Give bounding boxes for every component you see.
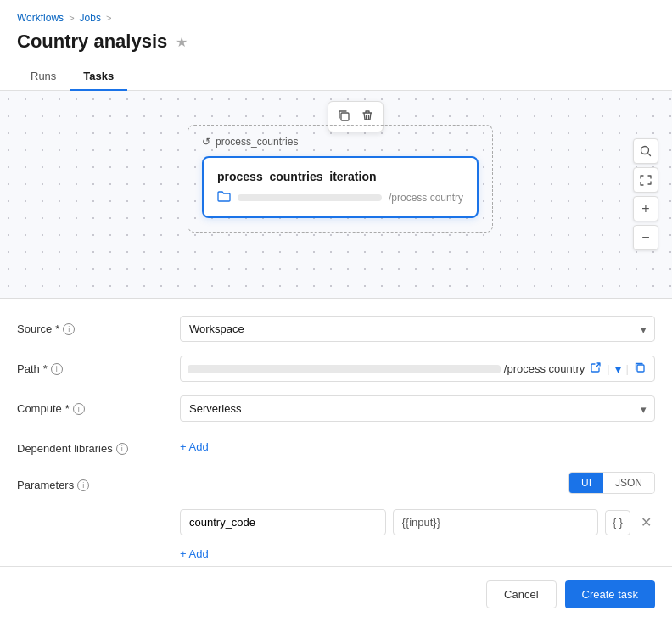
fit-canvas-button[interactable]: [633, 167, 658, 193]
dep-libraries-control: + Add: [180, 435, 655, 458]
node-group: ↺ process_countries process_countries_it…: [188, 125, 493, 233]
path-info-icon[interactable]: i: [51, 363, 63, 375]
parameters-info-icon[interactable]: i: [77, 479, 89, 491]
path-bar-node: [238, 194, 382, 201]
params-toggle: UI JSON: [568, 472, 655, 494]
path-label: Path* i: [17, 356, 170, 375]
dep-libraries-label: Dependent libraries i: [17, 435, 170, 455]
param-remove-button[interactable]: ✕: [637, 511, 655, 534]
task-node[interactable]: process_countries_iteration /process cou…: [202, 156, 479, 218]
breadcrumb-jobs[interactable]: Jobs: [80, 12, 101, 24]
cancel-button[interactable]: Cancel: [486, 580, 556, 608]
create-task-button[interactable]: Create task: [565, 580, 655, 608]
compute-row: Compute* i Serverless Standard Custom: [17, 395, 655, 422]
toggle-json-button[interactable]: JSON: [603, 473, 654, 493]
tab-bar: Runs Tasks: [0, 63, 672, 91]
star-icon[interactable]: ★: [176, 34, 188, 50]
zoom-out-button[interactable]: −: [633, 225, 658, 250]
param-row: { } ✕: [180, 509, 655, 535]
dep-libraries-info-icon[interactable]: i: [116, 443, 128, 455]
path-copy-button[interactable]: [632, 360, 647, 378]
compute-info-icon[interactable]: i: [73, 403, 85, 415]
page-title: Country analysis: [17, 31, 167, 53]
svg-rect-2: [637, 365, 644, 372]
source-label: Source* i: [17, 316, 170, 335]
add-parameter-button[interactable]: + Add: [180, 542, 655, 565]
path-text: /process country: [504, 362, 585, 375]
svg-point-1: [641, 147, 649, 154]
compute-label: Compute* i: [17, 395, 170, 415]
parameters-row: Parameters i UI JSON { } ✕ + Add: [17, 472, 655, 565]
tab-runs[interactable]: Runs: [17, 63, 70, 91]
path-divider: |: [607, 362, 609, 375]
toggle-ui-button[interactable]: UI: [569, 473, 603, 493]
path-external-link-button[interactable]: [588, 360, 603, 378]
breadcrumb-workflows[interactable]: Workflows: [17, 12, 64, 24]
path-divider-2: |: [626, 362, 629, 375]
search-canvas-button[interactable]: [633, 138, 658, 164]
zoom-in-icon: +: [641, 201, 649, 216]
path-input-bar: [188, 365, 501, 373]
tab-tasks[interactable]: Tasks: [70, 63, 127, 91]
task-node-title: process_countries_iteration: [217, 170, 463, 183]
path-control: /process country | ▾ |: [180, 356, 655, 382]
node-group-label: ↺ process_countries: [202, 136, 479, 148]
source-control: Workspace Git DBFS: [180, 316, 655, 342]
path-input-row: /process country | ▾ |: [180, 356, 655, 382]
page-title-row: Country analysis ★: [0, 27, 672, 63]
canvas-controls: + −: [633, 138, 658, 250]
path-dropdown-button[interactable]: ▾: [613, 361, 623, 378]
compute-control: Serverless Standard Custom: [180, 395, 655, 422]
footer: Cancel Create task: [0, 566, 672, 622]
zoom-in-button[interactable]: +: [633, 196, 658, 221]
source-info-icon[interactable]: i: [63, 323, 75, 335]
params-controls-row: UI JSON: [180, 472, 655, 502]
compute-select[interactable]: Serverless Standard Custom: [180, 395, 655, 422]
node-group-title: process_countries: [216, 136, 298, 148]
canvas-area: ↺ process_countries process_countries_it…: [0, 91, 672, 299]
param-format-button[interactable]: { }: [605, 510, 630, 535]
breadcrumb: Workflows > Jobs >: [0, 0, 672, 27]
parameters-control: UI JSON { } ✕ + Add: [180, 472, 655, 565]
parameters-label: Parameters i: [17, 472, 170, 491]
folder-icon: [217, 190, 231, 205]
source-select-wrapper: Workspace Git DBFS: [180, 316, 655, 342]
add-library-button[interactable]: + Add: [180, 435, 209, 458]
refresh-icon: ↺: [202, 136, 210, 148]
param-key-input[interactable]: [180, 509, 386, 535]
compute-select-wrapper: Serverless Standard Custom: [180, 395, 655, 422]
zoom-out-icon: −: [641, 230, 649, 245]
breadcrumb-sep-2: >: [106, 13, 111, 23]
task-node-path: /process country: [217, 190, 463, 205]
svg-rect-0: [341, 113, 349, 120]
task-node-path-text: /process country: [389, 192, 463, 204]
form-area: Source* i Workspace Git DBFS Path* i /pr…: [0, 299, 672, 602]
dep-libraries-row: Dependent libraries i + Add: [17, 435, 655, 458]
path-row: Path* i /process country | ▾ |: [17, 356, 655, 382]
breadcrumb-sep-1: >: [69, 13, 74, 23]
source-select[interactable]: Workspace Git DBFS: [180, 316, 655, 342]
source-row: Source* i Workspace Git DBFS: [17, 316, 655, 342]
param-value-input[interactable]: [393, 509, 599, 535]
